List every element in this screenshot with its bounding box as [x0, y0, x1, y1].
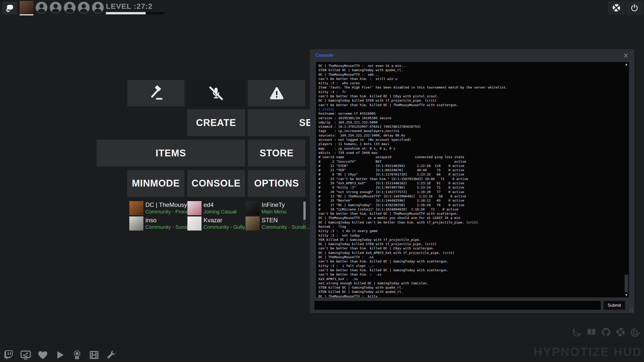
resize-grip[interactable]	[629, 308, 633, 312]
github-icon	[601, 327, 611, 337]
friend-row[interactable]: ed4Joining Casual	[187, 201, 244, 215]
friend-row[interactable]: InFineTyMain Menu	[246, 201, 302, 215]
console-line: STEN killed DC | GamingToday with quake_…	[318, 285, 623, 290]
console-line: # 13 "DC | TheMousyMouseTTV" [U:1:144396…	[318, 194, 623, 198]
console-line: kitty :3 : not today	[318, 233, 623, 238]
console-line: kitty :3 : i do it every game	[318, 229, 623, 233]
friend-name: ed4	[204, 201, 214, 208]
github-button[interactable]	[601, 327, 611, 337]
close-icon	[623, 53, 628, 58]
console-line: can't be better than him. killed DC | C0…	[318, 94, 623, 98]
hud-name: HYPNOTIZE HUD	[534, 345, 642, 359]
friend-slot[interactable]	[92, 1, 104, 14]
gavel-icon	[148, 85, 164, 101]
friend-name: Kvazar	[204, 217, 222, 224]
chat-icon	[6, 4, 14, 12]
friend-status: Community - Gully...	[204, 224, 249, 230]
console-window: Console DC | TheMousyMouseTTV : not even…	[310, 49, 634, 313]
twitch-icon	[3, 349, 14, 360]
friend-slot[interactable]	[63, 1, 76, 14]
console-line: can't be better than him. killed DC | Ga…	[318, 259, 623, 263]
console-input[interactable]	[314, 301, 601, 310]
console-line: # 15 "Rextek" [U:1:144482596] 1:18:11 45…	[318, 198, 623, 203]
banana-button[interactable]	[572, 327, 582, 337]
play-button[interactable]	[54, 349, 66, 361]
friend-slot[interactable]	[35, 1, 48, 14]
friend-row[interactable]: insoCommunity - Sunsh...	[129, 216, 186, 231]
friend-row[interactable]: DC | TheMousyM...Community - Proce...	[129, 201, 186, 215]
vote-button[interactable]	[127, 80, 184, 106]
tf2-logo-button[interactable]	[608, 1, 625, 15]
console-line: players : 11 humans, 1 bots (33 max)	[318, 142, 623, 146]
console-line: Rextek : !log	[318, 224, 623, 229]
console-output[interactable]: DC | TheMousyMouseTTV : not even 1k a mi…	[316, 62, 629, 297]
mic-muted-icon	[208, 85, 224, 101]
chat-button[interactable]	[3, 2, 17, 15]
options-button[interactable]: OPTIONS	[248, 170, 305, 197]
console-line: can't be better than him. : .ss	[318, 272, 623, 277]
quit-button[interactable]	[626, 1, 643, 15]
console-button[interactable]: CONSOLE	[187, 170, 245, 197]
report-button[interactable]	[248, 80, 305, 106]
friends-scrollbar-thumb[interactable]	[303, 202, 306, 220]
store-button[interactable]: STORE	[248, 140, 305, 166]
console-close-button[interactable]	[622, 52, 629, 59]
friend-row[interactable]: STENCommunity - Sunsh...	[246, 216, 302, 231]
scroll-down-icon[interactable]: ▼	[624, 293, 628, 297]
items-button[interactable]: ITEMS	[97, 140, 245, 166]
person-icon	[77, 1, 90, 14]
award-button[interactable]	[71, 349, 83, 361]
friend-status: Community - Sunsh...	[145, 224, 194, 230]
hypnotize-button[interactable]	[630, 327, 640, 337]
warning-icon	[269, 85, 285, 101]
console-line: STEN killed DC | GamingToday with quake_…	[318, 68, 623, 72]
console-line: map : cp_sunshine at: 0 x, 0 y, 0 z	[318, 146, 623, 151]
console-line: DC | GamingToday killed STEN with tf_pro…	[318, 98, 623, 103]
screen-share-button[interactable]	[20, 349, 32, 361]
player-avatar[interactable]	[20, 1, 33, 14]
console-line: can't be better than him. killed DC | Ga…	[318, 268, 623, 272]
console-line: can't be better than him. killed DC | C0…	[318, 246, 623, 250]
friend-name: inso	[145, 217, 156, 224]
friend-status: Community - Proce...	[145, 209, 193, 215]
friends-list: DC | TheMousyM...Community - Proce...ed4…	[129, 201, 306, 232]
level-label: LEVEL :27:2	[106, 2, 164, 11]
topbar: LEVEL :27:2	[0, 0, 644, 16]
console-line: DC | GamingToday killed STEN with tf_pro…	[318, 242, 623, 246]
console-line: version : 10195385/24 10195385 secure	[318, 116, 623, 120]
person-icon	[92, 1, 104, 14]
person-icon	[49, 1, 62, 14]
film-button[interactable]	[88, 349, 100, 361]
tf2-button[interactable]	[615, 327, 626, 337]
console-line: can't be better than him. killed DC | Th…	[318, 211, 623, 216]
film-icon	[89, 349, 100, 360]
console-line: # userid name uniqueid connected ping lo…	[318, 155, 623, 159]
person-icon	[63, 1, 76, 14]
heart-button[interactable]	[37, 349, 49, 361]
console-line: not strong enough killed DC | GamingToda…	[318, 281, 623, 285]
twitch-button[interactable]	[3, 349, 15, 361]
console-submit-button[interactable]: Submit	[603, 301, 625, 310]
console-line: DC | TheMousyMouseTTV : smh...	[318, 72, 623, 77]
mute-button[interactable]	[187, 80, 245, 106]
friend-row[interactable]: KvazarCommunity - Gully...	[187, 216, 244, 231]
scroll-up-icon[interactable]: ▲	[624, 63, 628, 66]
console-line: # 21 "YER" [U:1:80234676] 40:40 75 0 act…	[318, 168, 623, 172]
friend-name: STEN	[262, 217, 278, 224]
book-button[interactable]	[586, 327, 597, 337]
console-line: can't be better than him. killed DC | Th…	[318, 103, 623, 107]
console-line: # 10 "XxX_APBY3_XxX" [U:1:1511448162] 1:…	[318, 181, 623, 185]
footer-left-icons	[3, 349, 117, 361]
friend-slot[interactable]	[77, 1, 90, 14]
console-scrollbar[interactable]: ▲ ▼	[624, 62, 628, 297]
friend-avatar	[246, 201, 260, 215]
console-window-title: Console	[315, 53, 333, 58]
friend-slot[interactable]	[49, 1, 62, 14]
wrench-button[interactable]	[105, 349, 117, 361]
level-block: LEVEL :27:2	[106, 2, 164, 14]
minmode-button[interactable]: MINMODE	[127, 170, 184, 197]
tf2-main-menu: { "topbar": { "level_label": "LEVEL :27:…	[0, 0, 644, 362]
console-line: edicts : 739 used of 2048 max	[318, 151, 623, 155]
console-scrollbar-thumb[interactable]	[625, 275, 628, 292]
create-button[interactable]: CREATE	[187, 109, 245, 136]
